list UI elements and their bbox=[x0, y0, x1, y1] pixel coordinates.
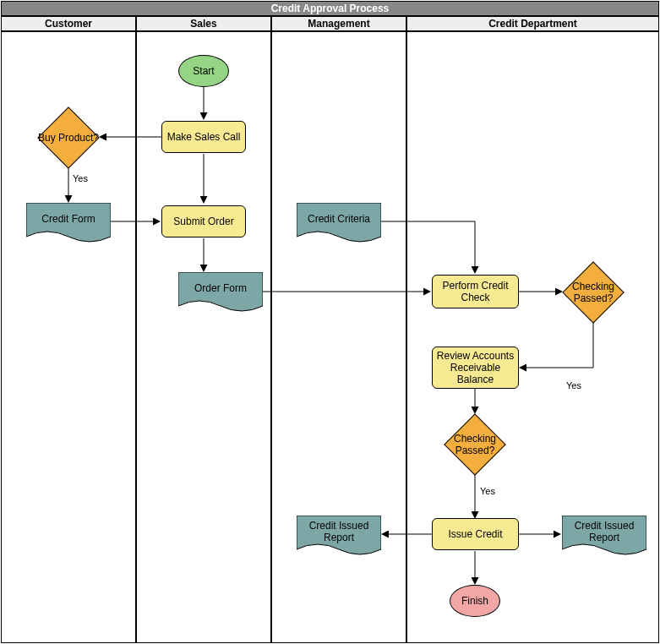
edge-label-yes-1: Yes bbox=[71, 173, 90, 183]
checking-passed-decision-1: Checking Passed? bbox=[562, 261, 625, 324]
finish-node: Finish bbox=[450, 585, 500, 617]
checking-passed-decision-2: Checking Passed? bbox=[444, 413, 506, 476]
start-node: Start bbox=[178, 55, 229, 87]
lane-header-credit: Credit Department bbox=[406, 16, 659, 31]
credit-criteria-document: Credit Criteria bbox=[297, 203, 381, 243]
swimlane-diagram: Credit Approval Process Customer Sales M… bbox=[0, 0, 660, 644]
credit-report-credit-document: Credit Issued Report bbox=[562, 516, 646, 556]
edge-label-yes-2: Yes bbox=[565, 380, 583, 390]
submit-order-process: Submit Order bbox=[161, 205, 246, 237]
make-sales-call-process: Make Sales Call bbox=[161, 121, 246, 153]
order-form-document: Order Form bbox=[178, 272, 263, 313]
perform-credit-check-process: Perform Credit Check bbox=[432, 275, 519, 308]
issue-credit-process: Issue Credit bbox=[432, 518, 519, 550]
credit-form-document: Credit Form bbox=[26, 203, 111, 243]
lane-header-management: Management bbox=[271, 16, 406, 31]
edge-label-yes-3: Yes bbox=[478, 486, 497, 496]
lane-header-sales: Sales bbox=[136, 16, 271, 31]
lane-header-customer: Customer bbox=[1, 16, 136, 31]
diagram-title: Credit Approval Process bbox=[1, 1, 659, 16]
buy-product-decision: Buy Product? bbox=[37, 106, 100, 169]
review-ar-process: Review Accounts Receivable Balance bbox=[432, 347, 519, 389]
credit-report-mgmt-document: Credit Issued Report bbox=[297, 516, 381, 556]
